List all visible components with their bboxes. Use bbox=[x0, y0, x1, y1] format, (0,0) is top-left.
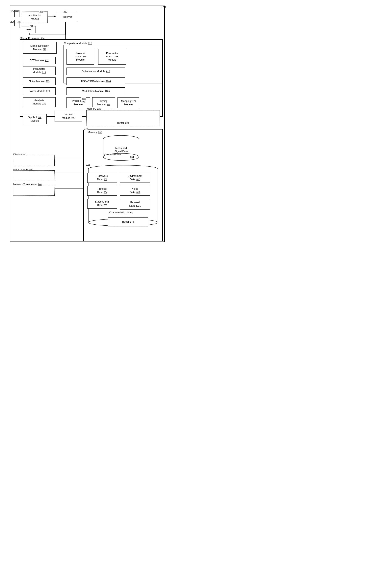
receiver-box: Receiver bbox=[56, 12, 78, 22]
parameter-module-box: ParameterModule 218 bbox=[23, 66, 56, 75]
ref-212: 212 bbox=[29, 25, 34, 28]
display-dashed-box bbox=[13, 155, 55, 166]
ref-236-label: 236 bbox=[85, 163, 90, 166]
signal-detection-box: Signal DetectionModule 216 bbox=[23, 42, 57, 54]
diagram: 1202 204 — 206 — Amplifier(s)/Filter(s) … bbox=[0, 0, 171, 246]
power-module-box: Power Module 220 bbox=[23, 87, 56, 95]
svg-text:Signal Data: Signal Data bbox=[114, 150, 128, 153]
timing-module-box: TimingModule 224 bbox=[92, 97, 115, 108]
ref-208: 208 bbox=[39, 10, 43, 13]
optimization-module-box: Optimization Module 818 bbox=[66, 67, 125, 75]
memory-dashed-box: Buffer 228 bbox=[86, 110, 160, 126]
characteristic-listing: Characteristic Listing bbox=[101, 211, 141, 214]
svg-text:History Database: History Database bbox=[104, 153, 121, 156]
payload-data-box: PayloadData 1221 bbox=[120, 199, 150, 209]
environment-data-box: EnvironmentData 810 bbox=[120, 173, 150, 183]
parameter-match-box: ParameterMatch 223Module bbox=[98, 49, 126, 64]
fft-module-box: FFT Module 217 bbox=[23, 57, 56, 64]
memory-232-label: Memory 232 bbox=[87, 131, 102, 134]
noise-data-box: NoiseData 812 bbox=[120, 186, 150, 196]
ref-246-label: Network Transceiver 246 bbox=[13, 183, 42, 186]
symbol-module-box: Symbol 816Module bbox=[23, 114, 47, 124]
protocol-data-box: ProtocolData 804 bbox=[87, 186, 117, 196]
network-transceiver-dashed-box bbox=[13, 186, 55, 196]
location-module-box: LocationModule 225 bbox=[55, 111, 82, 122]
ref-230: 230 bbox=[83, 127, 88, 130]
ref-210: 210 bbox=[63, 10, 67, 13]
protocol-806-box: Protocol806Module bbox=[66, 97, 90, 108]
measured-signal-cylinder: Measured Signal Data History Database 23… bbox=[101, 135, 141, 161]
protocol-match-box: ProtocolMatch 814Module bbox=[66, 49, 94, 64]
svg-text:234: 234 bbox=[130, 156, 134, 158]
antenna-204 bbox=[18, 10, 21, 17]
noise-module-box: Noise Module 219 bbox=[23, 78, 56, 85]
ref-1202: 1202 bbox=[161, 6, 166, 9]
svg-text:Measured: Measured bbox=[115, 146, 127, 150]
mapping-module-box: Mapping1225Module bbox=[118, 97, 139, 108]
input-device-dashed-box bbox=[13, 170, 55, 180]
ref-226-label: Memory 226 bbox=[86, 107, 101, 110]
buffer-240-box: Buffer 240 bbox=[108, 218, 148, 226]
tdoa-module-box: TDOA/FDOA Module 1204 bbox=[66, 78, 125, 85]
modulation-module-box: Modulation Module 1206 bbox=[66, 87, 125, 95]
analysis-module-box: AnalysisModule 221 bbox=[23, 97, 56, 107]
static-signal-box: Static SignalData 238 bbox=[87, 199, 117, 208]
ref-214: Signal Processor 214 bbox=[20, 37, 45, 40]
antenna-206 bbox=[18, 21, 21, 28]
ref-806: 806 bbox=[81, 97, 86, 100]
amplifier-box: Amplifier(s)/Filter(s) bbox=[22, 12, 48, 23]
ref-222: Comparison Module 222 bbox=[63, 42, 92, 45]
hardware-data-box: HardwareData 808 bbox=[87, 173, 117, 183]
